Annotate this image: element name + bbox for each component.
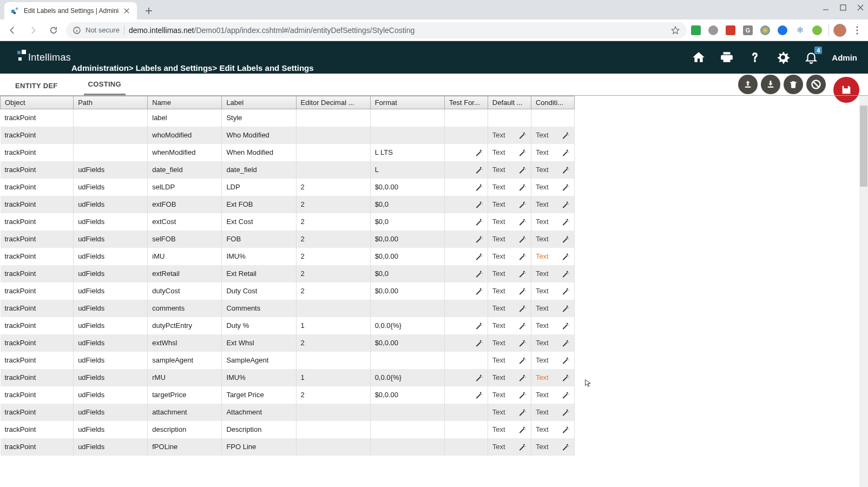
cell-test[interactable] — [444, 352, 488, 369]
wand-icon[interactable] — [475, 200, 483, 209]
column-header-object[interactable]: Object — [1, 96, 74, 109]
wand-icon[interactable] — [561, 235, 570, 244]
wand-icon[interactable] — [475, 166, 483, 174]
cell-label[interactable]: Ext Retail — [222, 265, 296, 282]
cell-decimal[interactable] — [296, 300, 370, 317]
cell-path[interactable]: udFields — [74, 196, 148, 213]
text-link[interactable]: Text — [492, 235, 517, 243]
cell-test[interactable] — [444, 265, 488, 282]
cell-format[interactable]: L LTS — [370, 144, 444, 161]
cell-decimal[interactable] — [296, 161, 370, 179]
cell-label[interactable]: LDP — [222, 179, 296, 196]
cell-name[interactable]: sampleAgent — [148, 352, 222, 369]
cell-path[interactable]: udFields — [74, 317, 148, 334]
new-tab-button[interactable] — [141, 3, 156, 18]
cell-format[interactable] — [370, 127, 444, 144]
cell-default[interactable]: Text — [488, 144, 531, 161]
delete-button[interactable] — [784, 75, 803, 94]
profile-avatar[interactable] — [833, 24, 846, 37]
cell-default[interactable]: Text — [488, 265, 531, 282]
vertical-scrollbar[interactable] — [859, 96, 868, 487]
cell-cond[interactable]: Text — [531, 248, 574, 265]
bell-icon[interactable]: 4 — [804, 50, 819, 65]
text-link[interactable]: Text — [536, 321, 560, 330]
wand-icon[interactable] — [518, 304, 527, 313]
cell-name[interactable]: iMU — [148, 248, 222, 265]
wand-icon[interactable] — [561, 166, 570, 174]
text-link[interactable]: Text — [536, 131, 560, 139]
column-header-decimal[interactable]: Editor Decimal ... — [296, 96, 370, 109]
cell-default[interactable]: Text — [488, 352, 531, 369]
table-row[interactable]: trackPointudFieldsselFOBFOB2$0,0.00TextT… — [1, 231, 575, 248]
cell-decimal[interactable]: 1 — [296, 317, 370, 334]
text-link[interactable]: Text — [536, 166, 560, 174]
cell-default[interactable]: Text — [488, 317, 531, 334]
table-row[interactable]: trackPointudFieldsdutyCostDuty Cost2$0,0… — [1, 282, 575, 300]
cell-format[interactable]: 0,0.0{%} — [370, 317, 444, 334]
cell-path[interactable]: udFields — [74, 179, 148, 196]
cell-test[interactable] — [444, 438, 488, 456]
wand-icon[interactable] — [518, 252, 527, 261]
cell-path[interactable]: udFields — [74, 161, 148, 179]
text-link[interactable]: Text — [492, 373, 517, 381]
wand-icon[interactable] — [561, 443, 570, 451]
wand-icon[interactable] — [518, 391, 527, 399]
text-link[interactable]: Text — [536, 356, 560, 364]
cell-path[interactable]: udFields — [74, 334, 148, 352]
cell-name[interactable]: description — [148, 421, 222, 438]
text-link[interactable]: Text — [492, 287, 517, 295]
cell-test[interactable] — [444, 404, 488, 421]
cell-test[interactable] — [444, 421, 488, 438]
gear-icon[interactable] — [775, 50, 791, 65]
wand-icon[interactable] — [518, 183, 527, 192]
wand-icon[interactable] — [561, 373, 570, 382]
text-link[interactable]: Text — [492, 252, 517, 260]
cell-default[interactable]: Text — [488, 213, 531, 231]
cell-decimal[interactable] — [296, 127, 370, 144]
text-link[interactable]: Text — [536, 235, 560, 243]
cell-default[interactable] — [488, 109, 531, 127]
cell-test[interactable] — [444, 334, 488, 352]
minimize-icon[interactable] — [823, 4, 829, 11]
wand-icon[interactable] — [561, 269, 570, 278]
text-link[interactable]: Text — [536, 304, 560, 312]
text-link[interactable]: Text — [536, 200, 560, 208]
cell-object[interactable]: trackPoint — [1, 386, 74, 404]
text-link[interactable]: Text — [492, 408, 517, 416]
extension-icon[interactable]: ✱ — [795, 25, 805, 35]
cell-label[interactable]: Comments — [222, 300, 296, 317]
text-link[interactable]: Text — [536, 373, 560, 381]
text-link[interactable]: Text — [492, 218, 517, 226]
cell-label[interactable]: Ext Cost — [222, 213, 296, 231]
text-link[interactable]: Text — [536, 339, 560, 347]
cell-test[interactable] — [444, 231, 488, 248]
table-row[interactable]: trackPointudFieldscommentsCommentsTextTe… — [1, 300, 575, 317]
cell-decimal[interactable] — [296, 404, 370, 421]
cell-name[interactable]: fPOLine — [148, 438, 222, 456]
column-header-default[interactable]: Default ... — [488, 96, 531, 109]
cell-default[interactable]: Text — [488, 404, 531, 421]
extension-icon[interactable] — [778, 25, 787, 35]
cell-label[interactable]: Ext FOB — [222, 196, 296, 213]
home-icon[interactable] — [691, 50, 706, 65]
cell-test[interactable] — [444, 179, 488, 196]
cell-default[interactable]: Text — [488, 421, 531, 438]
cell-object[interactable]: trackPoint — [1, 213, 74, 231]
cell-decimal[interactable] — [296, 144, 370, 161]
text-link[interactable]: Text — [536, 218, 560, 226]
wand-icon[interactable] — [518, 218, 527, 226]
info-icon[interactable] — [73, 26, 81, 35]
admin-menu[interactable]: Admin — [832, 53, 857, 62]
cell-decimal[interactable]: 2 — [296, 282, 370, 300]
cell-cond[interactable]: Text — [531, 196, 574, 213]
wand-icon[interactable] — [561, 425, 570, 434]
cell-object[interactable]: trackPoint — [1, 196, 74, 213]
cell-label[interactable]: date_field — [222, 161, 296, 179]
cell-path[interactable] — [74, 144, 148, 161]
wand-icon[interactable] — [561, 391, 570, 399]
cell-cond[interactable]: Text — [531, 352, 574, 369]
help-icon[interactable] — [747, 50, 762, 65]
cell-default[interactable]: Text — [488, 334, 531, 352]
cell-cond[interactable]: Text — [531, 265, 574, 282]
wand-icon[interactable] — [561, 304, 570, 313]
